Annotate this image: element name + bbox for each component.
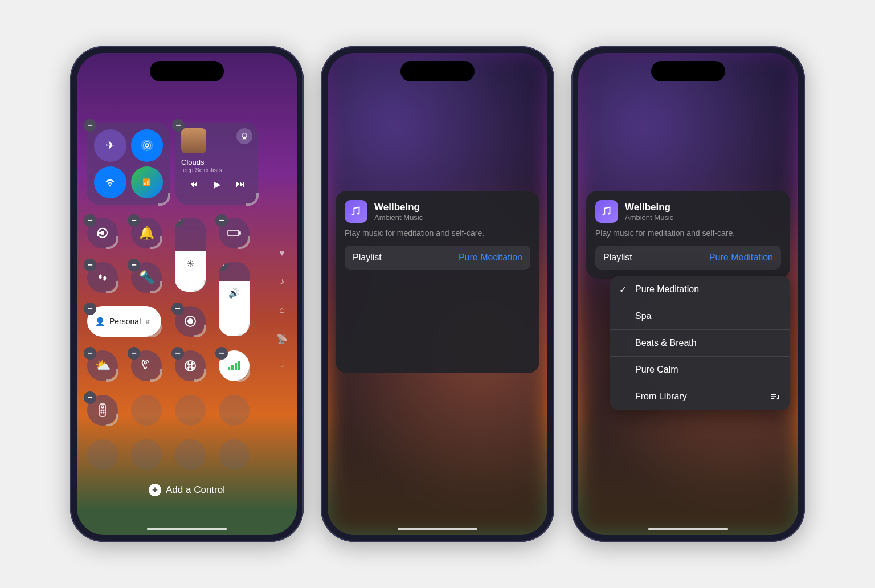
empty-slot[interactable] (219, 395, 250, 426)
screen-record-button[interactable] (175, 306, 206, 337)
resize-handle[interactable] (194, 325, 206, 337)
sheet-description: Play music for meditation and self-care. (595, 228, 781, 238)
remove-icon[interactable] (175, 218, 184, 227)
remove-icon[interactable] (171, 303, 184, 315)
playlist-value: Pure Meditation (459, 252, 522, 263)
now-playing-module[interactable]: Clouds .eep Scientists ⏮ ▶ ⏭ (175, 122, 258, 205)
dynamic-island (400, 61, 475, 81)
empty-slot[interactable] (175, 439, 206, 470)
phone-wellbeing-sheet: Wellbeing Ambient Music Play music for m… (321, 46, 554, 542)
dropdown-item-pure-meditation[interactable]: Pure Meditation (610, 276, 790, 303)
dropdown-item-spa[interactable]: Spa (610, 303, 790, 330)
airplane-mode-icon[interactable]: ✈ (94, 129, 126, 162)
dot-icon[interactable]: ○ (280, 362, 284, 369)
brightness-slider[interactable]: ☀ (175, 218, 206, 292)
empty-slot[interactable] (87, 439, 118, 470)
airdrop-icon[interactable] (131, 129, 163, 162)
remove-icon[interactable] (84, 214, 96, 227)
resize-handle[interactable] (194, 280, 206, 292)
home-icon[interactable]: ⌂ (279, 305, 285, 315)
remove-icon[interactable] (172, 119, 185, 132)
focus-button[interactable]: 👤 Personal ⇵ (87, 306, 161, 337)
svg-point-1 (143, 142, 150, 149)
home-indicator[interactable] (648, 528, 728, 530)
resize-handle[interactable] (106, 281, 118, 293)
weather-button[interactable]: ⛅ (87, 350, 118, 381)
resize-handle[interactable] (158, 193, 170, 206)
svg-point-19 (101, 412, 102, 413)
remove-icon[interactable] (84, 259, 96, 271)
flashlight-button[interactable]: 🔦 (131, 262, 162, 293)
svg-point-9 (144, 362, 146, 364)
remove-icon[interactable] (84, 119, 96, 132)
shazam-button[interactable] (87, 262, 118, 293)
dropdown-item-pure-calm[interactable]: Pure Calm (610, 357, 790, 383)
remove-icon[interactable] (215, 347, 228, 360)
resize-handle[interactable] (238, 369, 250, 382)
sheet-subtitle: Ambient Music (374, 213, 423, 222)
resize-handle[interactable] (194, 369, 206, 382)
add-control-button[interactable]: + Add a Control (87, 484, 287, 496)
remove-icon[interactable] (84, 347, 96, 360)
dropdown-item-from-library[interactable]: From Library (610, 383, 790, 410)
remove-icon[interactable] (128, 347, 140, 360)
heart-icon[interactable]: ♥ (279, 248, 285, 258)
resize-handle[interactable] (106, 236, 118, 249)
playlist-dropdown: Pure Meditation Spa Beats & Breath Pure … (610, 276, 790, 410)
empty-slot[interactable] (175, 395, 206, 426)
track-title: Clouds (181, 158, 252, 166)
cellular-button[interactable] (219, 350, 250, 381)
low-power-button[interactable] (219, 218, 250, 248)
resize-handle[interactable] (150, 369, 162, 382)
app-button[interactable] (175, 350, 206, 381)
sheet-title: Wellbeing (625, 202, 673, 213)
remove-icon[interactable] (84, 303, 96, 315)
remove-icon[interactable] (84, 391, 96, 404)
forward-icon[interactable]: ⏭ (236, 179, 245, 190)
empty-slot[interactable] (131, 395, 162, 426)
airplay-icon[interactable] (236, 128, 252, 144)
empty-slot[interactable] (219, 439, 250, 470)
resize-handle[interactable] (150, 281, 162, 293)
svg-point-20 (103, 412, 104, 413)
dropdown-item-beats-breath[interactable]: Beats & Breath (610, 330, 790, 357)
empty-slot[interactable] (131, 439, 162, 470)
library-icon (770, 391, 780, 402)
playlist-selector[interactable]: Playlist Pure Meditation (595, 246, 781, 270)
connectivity-module[interactable]: ✈ 📶 (87, 122, 170, 205)
focus-label: Personal (109, 317, 141, 326)
resize-handle[interactable] (238, 236, 250, 249)
svg-rect-13 (235, 363, 237, 370)
wellbeing-sheet: Wellbeing Ambient Music Play music for m… (336, 191, 539, 373)
playlist-label: Playlist (603, 252, 632, 263)
resize-handle[interactable] (150, 236, 162, 249)
remove-icon[interactable] (128, 214, 140, 227)
sheet-title: Wellbeing (374, 202, 423, 213)
wellbeing-sheet: Wellbeing Ambient Music Play music for m… (586, 191, 790, 279)
playlist-selector[interactable]: Playlist Pure Meditation (345, 246, 530, 270)
resize-handle[interactable] (149, 325, 162, 337)
wifi-icon[interactable] (94, 166, 126, 199)
svg-point-17 (101, 410, 102, 411)
volume-slider[interactable]: 🔊 (219, 262, 250, 336)
resize-handle[interactable] (238, 324, 250, 336)
remote-button[interactable] (87, 395, 118, 426)
rewind-icon[interactable]: ⏮ (189, 179, 198, 190)
silent-mode-button[interactable]: 🔔 (131, 218, 162, 248)
remove-icon[interactable] (128, 259, 140, 271)
resize-handle[interactable] (106, 369, 118, 382)
sheet-description: Play music for meditation and self-care. (345, 228, 530, 238)
remove-icon[interactable] (215, 214, 228, 227)
music-icon[interactable]: ♪ (280, 276, 284, 287)
hearing-button[interactable] (131, 350, 162, 381)
playlist-label: Playlist (353, 252, 382, 263)
resize-handle[interactable] (106, 414, 118, 426)
resize-handle[interactable] (246, 193, 259, 206)
antenna-icon[interactable]: 📡 (276, 333, 288, 344)
phone-wellbeing-dropdown: Wellbeing Ambient Music Play music for m… (571, 46, 805, 542)
rotation-lock-button[interactable] (87, 218, 118, 248)
remove-icon[interactable] (219, 262, 228, 271)
play-icon[interactable]: ▶ (214, 179, 220, 190)
remove-icon[interactable] (171, 347, 184, 360)
home-indicator[interactable] (398, 528, 477, 530)
